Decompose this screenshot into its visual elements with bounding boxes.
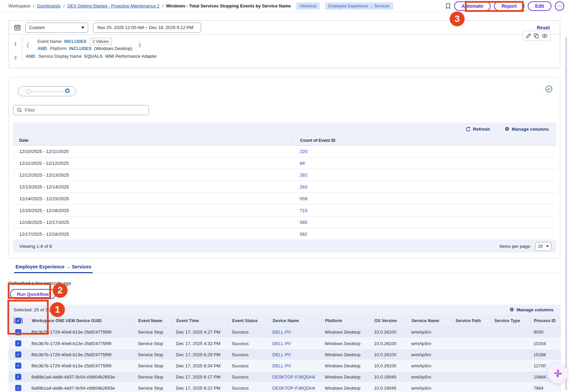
edit-pencil-icon[interactable] xyxy=(526,33,531,38)
count-link[interactable]: 562 xyxy=(293,232,307,237)
row-checkbox[interactable]: ✓ xyxy=(15,374,21,380)
rule-1-line-1: Event Name INCLUDES 2 Values xyxy=(38,39,132,44)
device-link[interactable]: DELL-PV xyxy=(269,341,321,346)
copy-icon[interactable] xyxy=(534,33,539,38)
rule-value-chip[interactable]: 2 Values xyxy=(90,38,112,45)
date-range-input[interactable]: Nov 20, 2025 12:00 AM ~ Dec 18, 2025 5:1… xyxy=(93,23,201,33)
count-link[interactable]: 565 xyxy=(293,220,307,225)
automate-button[interactable]: Automate xyxy=(454,1,491,11)
table-filter-box xyxy=(13,105,149,115)
date-preset-select[interactable]: Custom xyxy=(25,23,88,33)
count-link[interactable]: 84 xyxy=(293,161,305,166)
selection-bar: Selected: 25 of 3,2 ⚙ Manage columns xyxy=(8,305,561,315)
report-button[interactable]: Report xyxy=(494,1,524,11)
chart-table-toggle[interactable] xyxy=(18,86,76,96)
row-checkbox[interactable]: ✓ xyxy=(15,385,21,391)
bookmark-icon[interactable] xyxy=(445,3,451,9)
breadcrumb-dashboards-link[interactable]: Dashboards xyxy=(37,3,60,8)
manage-columns-button[interactable]: ⚙ Manage columns xyxy=(510,307,553,313)
device-link[interactable]: DELL-PV xyxy=(269,352,321,357)
rule-2: AND Service Display Name EQUALS WMI Perf… xyxy=(22,52,560,60)
table-row: ✓ 6a69b1a4-de8b-4d37-9c54-cfd804b2693e S… xyxy=(8,371,561,382)
table-row: ✓ ffdc3b7b-1729-40e8-b13e-25df24775f99 S… xyxy=(8,338,561,349)
refresh-icon xyxy=(466,127,471,132)
tab-bar: Employee Experience → Services xyxy=(8,262,560,273)
count-link[interactable]: 283 xyxy=(293,184,307,189)
select-all-checkbox[interactable]: ✓ xyxy=(15,318,21,324)
device-link[interactable]: DELL-PV xyxy=(269,363,321,368)
table-row: ✓ 6a69b1a4-de8b-4d37-9c54-cfd804b2693e S… xyxy=(8,382,561,392)
column-header-service-name[interactable]: Service Name xyxy=(408,318,452,324)
more-actions-button[interactable]: ··· xyxy=(555,1,564,11)
historical-badge: Historical xyxy=(296,2,320,10)
table-row: 12/13/2025 - 12/14/2025283 xyxy=(13,181,556,193)
table-row: 12/12/2025 - 12/13/2025282 xyxy=(13,169,556,181)
row-checkbox[interactable]: ✓ xyxy=(15,329,21,335)
chevron-down-icon xyxy=(81,27,84,29)
count-link[interactable]: 220 xyxy=(293,149,307,154)
manage-columns-button[interactable]: ⚙ Manage columns xyxy=(505,126,549,132)
gear-icon: ⚙ xyxy=(510,307,514,313)
eye-icon[interactable] xyxy=(542,33,548,38)
column-header-service-path[interactable]: Service Path xyxy=(452,318,491,324)
column-header-event-name[interactable]: Event Name xyxy=(134,318,173,324)
device-link[interactable]: DESKTOP-PJ6QDH4 xyxy=(269,386,321,391)
breadcrumb-workspace: Workspace xyxy=(8,3,30,8)
selected-count: Selected: 25 of 3,2 xyxy=(14,307,52,312)
run-quickflow-button[interactable]: Run Quickflow xyxy=(10,289,56,299)
row-checkbox[interactable]: ✓ xyxy=(15,340,21,346)
assistant-fab-button[interactable] xyxy=(548,363,568,384)
items-per-page-select[interactable]: 25 xyxy=(535,242,551,251)
device-link[interactable]: DESKTOP-PJ6QDH4 xyxy=(269,374,321,380)
column-header-event-time[interactable]: Event Time xyxy=(173,318,228,324)
events-table: Selected: 25 of 3,2 ⚙ Manage columns ✓ W… xyxy=(8,305,561,392)
column-header-service-type[interactable]: Service Type xyxy=(491,318,530,324)
row-checkbox[interactable]: ✓ xyxy=(15,363,21,369)
search-icon xyxy=(17,107,22,113)
reset-link[interactable]: Reset xyxy=(537,25,554,30)
column-header-guid[interactable]: Workspace ONE UEM Device GUID xyxy=(28,318,134,324)
top-bar: Workspace / Dashboards / DEX Getting Sta… xyxy=(0,0,569,12)
row-checkbox[interactable]: ✓ xyxy=(15,351,21,358)
column-header-date[interactable]: Date xyxy=(13,138,293,143)
column-header-device-name[interactable]: Device Name xyxy=(269,318,321,324)
page-title: Windows - Total Services Stopping Events… xyxy=(166,3,291,8)
column-header-os-version[interactable]: OS Version xyxy=(371,318,408,324)
toggle-right-knob[interactable] xyxy=(65,88,70,93)
column-header-process-id[interactable]: Process ID xyxy=(530,318,561,324)
column-header-platform[interactable]: Platform xyxy=(321,318,371,324)
column-header-count[interactable]: Count of Event ID xyxy=(293,137,336,143)
omnissa-logo-icon xyxy=(553,369,563,378)
header-actions: Automate Report Edit ··· xyxy=(445,1,564,11)
edit-button[interactable]: Edit xyxy=(528,1,551,11)
table-row: 12/15/2025 - 12/16/2025715 xyxy=(13,205,556,216)
count-link[interactable]: 559 xyxy=(293,196,307,201)
breadcrumb-dashboard-name-link[interactable]: DEX Getting Started - Proactive Maintena… xyxy=(67,3,159,8)
rule-number: 1 xyxy=(9,37,22,52)
filter-input[interactable] xyxy=(25,107,145,113)
breadcrumb-separator: / xyxy=(162,3,164,8)
rule-1: ( Event Name INCLUDES 2 Values AND Platf… xyxy=(22,37,560,52)
filter-rules: 1 ( Event Name INCLUDES 2 Values AND Pla… xyxy=(9,35,560,62)
count-link[interactable]: 715 xyxy=(293,208,307,213)
close-paren: ) xyxy=(138,42,142,48)
success-check-icon xyxy=(545,85,552,93)
column-header-event-status[interactable]: Event Status xyxy=(228,318,269,324)
breadcrumb-separator: / xyxy=(33,3,34,8)
filter-panel: Custom Nov 20, 2025 12:00 AM ~ Dec 18, 2… xyxy=(8,20,560,68)
table-row: 12/11/2025 - 12/12/202584 xyxy=(13,157,556,169)
breadcrumb-separator: / xyxy=(64,3,65,8)
table-row: ✓ ffdc3b7b-1729-40e8-b13e-25df24775f99 S… xyxy=(8,360,561,371)
events-header-row: ✓ Workspace ONE UEM Device GUID Event Na… xyxy=(8,315,561,326)
table-row: ✓ ffdc3b7b-1729-40e8-b13e-25df24775f99 S… xyxy=(8,326,561,338)
refresh-button[interactable]: Refresh xyxy=(466,127,490,132)
toggle-left-knob[interactable] xyxy=(26,89,31,94)
device-link[interactable]: DELL-PV xyxy=(269,330,321,335)
count-link[interactable]: 282 xyxy=(293,173,307,178)
vertical-scrollbar[interactable] xyxy=(565,37,567,390)
tab-employee-experience-services[interactable]: Employee Experience → Services xyxy=(14,262,93,273)
breadcrumb: Workspace / Dashboards / DEX Getting Sta… xyxy=(8,2,393,10)
table-row: 12/17/2025 - 12/18/2025562 xyxy=(13,228,556,240)
rule-number: 2 xyxy=(9,52,22,60)
open-paren: ( xyxy=(26,42,30,48)
